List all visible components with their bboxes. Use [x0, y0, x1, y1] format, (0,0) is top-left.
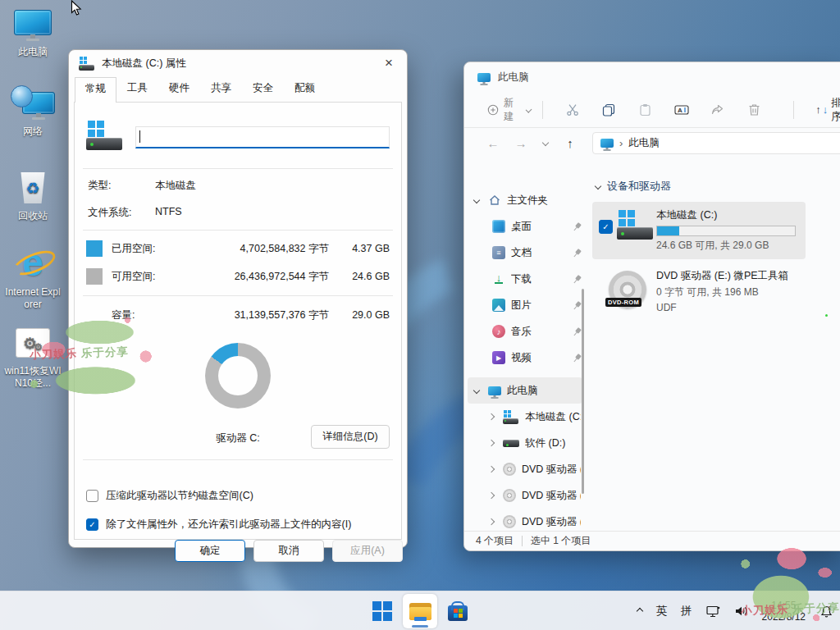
desktop-icon-this-pc[interactable]: 此电脑 [2, 10, 64, 58]
drive-item-dvd-e[interactable]: DVD-ROM DVD 驱动器 (E:) 微PE工具箱 0 字节 可用, 共 1… [592, 262, 806, 320]
network-icon [11, 85, 55, 121]
forward-button[interactable]: → [507, 136, 535, 150]
tab-tools[interactable]: 工具 [116, 76, 158, 102]
sidebar-item-music[interactable]: ♪ 音乐 [464, 318, 586, 345]
tab-general[interactable]: 常规 [75, 77, 116, 103]
sidebar-item-videos[interactable]: ▶ 视频 [464, 345, 586, 371]
svg-text:z: z [829, 605, 831, 610]
start-button[interactable] [365, 594, 399, 628]
rename-button[interactable]: A [664, 103, 700, 116]
desktop-icon-recycle-bin[interactable]: ♻ 回收站 [2, 172, 64, 222]
explorer-titlebar[interactable]: 此电脑 [464, 62, 840, 92]
drive-info: 0 字节 可用, 共 196 MB [656, 285, 806, 299]
tray-date: 2022/8/12 [762, 611, 806, 623]
breadcrumb-separator: › [619, 137, 623, 149]
sidebar-item-local-disk-c[interactable]: 本地磁盘 (C:) [464, 404, 586, 430]
taskbar-file-explorer[interactable] [403, 594, 437, 628]
share-icon [711, 103, 724, 116]
dialog-title: 本地磁盘 (C:) 属性 [102, 57, 364, 71]
taskbar: 英 拼 14:55 2022/8/12 z [0, 591, 840, 630]
ime-pinyin-indicator[interactable]: 拼 [681, 604, 692, 619]
tab-security[interactable]: 安全 [242, 76, 284, 102]
sidebar-item-documents[interactable]: ≡ 文档 [464, 240, 586, 266]
desktop-icon-label: 网络 [23, 126, 43, 138]
compress-checkbox[interactable] [86, 490, 98, 502]
filesystem-label: 文件系统: [88, 206, 155, 220]
downloads-icon: ↓ [492, 272, 505, 285]
sidebar-item-downloads[interactable]: ↓ 下载 [464, 266, 586, 292]
notification-bell-icon[interactable]: z [819, 605, 833, 619]
general-tab-panel: 类型: 本地磁盘 文件系统: NTFS 已用空间: 4,702,584,832 … [74, 102, 402, 540]
address-bar[interactable]: › 此电脑 [592, 132, 840, 154]
drive-usage-meter [656, 226, 796, 236]
network-icon[interactable] [706, 605, 720, 618]
taskbar-clock[interactable]: 14:55 2022/8/12 [762, 600, 806, 623]
paste-button[interactable] [628, 103, 664, 116]
delete-button[interactable] [736, 103, 772, 116]
sidebar-scrollbar[interactable] [582, 289, 584, 494]
compress-checkbox-label: 压缩此驱动器以节约磁盘空间(C) [106, 489, 253, 503]
gears-icon: ⚙⚙ [16, 328, 50, 358]
desktop: 此电脑 网络 ♻ 回收站 e Internet Explorer ⚙⚙ win1… [0, 0, 840, 630]
sidebar-item-disk-d[interactable]: 软件 (D:) [464, 430, 586, 456]
apply-button[interactable]: 应用(A) [332, 540, 403, 562]
rename-icon: A [674, 103, 689, 116]
sidebar-item-pictures[interactable]: 图片 [464, 292, 586, 318]
selection-checkbox[interactable] [599, 220, 613, 234]
store-bag-icon [448, 605, 468, 621]
desktop-icon-win11-restore[interactable]: ⚙⚙ win11恢复WIN10经... [2, 328, 64, 390]
sort-button-label: 排序 [831, 96, 840, 124]
explorer-navbar: ← → ↑ › 此电脑 [464, 128, 840, 158]
details-button[interactable]: 详细信息(D) [311, 425, 390, 449]
dvd-rom-icon: DVD-ROM [609, 271, 646, 308]
pin-icon [571, 273, 583, 285]
this-pc-icon [600, 139, 614, 148]
sidebar-item-home[interactable]: 主文件夹 [464, 187, 586, 213]
taskbar-microsoft-store[interactable] [441, 594, 475, 628]
desktop-icon-network[interactable]: 网络 [2, 85, 64, 138]
free-space-size: 24.6 GB [329, 271, 390, 282]
recent-locations-button[interactable] [535, 140, 556, 145]
volume-icon[interactable] [734, 605, 748, 617]
breadcrumb[interactable]: 此电脑 [628, 136, 660, 150]
dialog-titlebar[interactable]: 本地磁盘 (C:) 属性 × [69, 50, 407, 76]
tab-sharing[interactable]: 共享 [200, 76, 242, 102]
back-button[interactable]: ← [479, 136, 507, 150]
dvd-icon [503, 515, 516, 528]
cut-button[interactable] [555, 103, 591, 116]
drive-info: 24.6 GB 可用, 共 29.0 GB [656, 239, 806, 253]
tab-hardware[interactable]: 硬件 [158, 76, 200, 102]
dvd-rom-badge: DVD-ROM [605, 298, 641, 307]
free-space-bytes: 26,436,972,544 字节 [198, 270, 329, 284]
sidebar-item-dvd-e[interactable]: DVD 驱动器 (E [464, 456, 586, 482]
hidden-icons-chevron-icon[interactable] [636, 608, 642, 614]
sidebar-item-dvd-partial[interactable]: DVD 驱动器 (E:) [464, 509, 586, 531]
type-value: 本地磁盘 [155, 179, 196, 193]
explorer-title: 此电脑 [498, 71, 529, 84]
section-devices-and-drives[interactable]: 设备和驱动器 [592, 179, 840, 194]
copy-button[interactable] [591, 103, 627, 116]
videos-folder-icon: ▶ [492, 351, 505, 364]
volume-label-input[interactable] [135, 126, 390, 148]
desktop-icon-internet-explorer[interactable]: e Internet Explorer [2, 243, 64, 311]
cancel-button[interactable]: 取消 [253, 540, 324, 562]
ime-english-indicator[interactable]: 英 [656, 604, 668, 619]
drive-item-c[interactable]: 本地磁盘 (C:) 24.6 GB 可用, 共 29.0 GB [592, 202, 806, 259]
up-button[interactable]: ↑ [556, 136, 584, 150]
tab-quota[interactable]: 配额 [284, 76, 326, 102]
free-space-label: 可用空间: [112, 270, 198, 284]
windows-logo-icon [372, 601, 392, 621]
sidebar-item-this-pc[interactable]: 此电脑 [468, 377, 582, 404]
sidebar-item-dvd-f[interactable]: DVD 驱动器 (F [464, 482, 586, 509]
ok-button[interactable]: 确定 [175, 540, 245, 562]
this-pc-icon [488, 386, 501, 395]
explorer-statusbar: 4 个项目 选中 1 个项目 [464, 531, 840, 550]
home-icon [488, 194, 501, 207]
file-explorer-window: 此电脑 新建 A [463, 62, 840, 551]
new-button[interactable]: 新建 [487, 96, 531, 124]
index-checkbox[interactable] [86, 518, 98, 531]
sort-button[interactable]: ↑↓ 排序 [815, 96, 840, 124]
sidebar-item-desktop[interactable]: 桌面 [464, 213, 586, 240]
close-icon[interactable]: × [371, 50, 407, 76]
share-button[interactable] [700, 103, 736, 116]
